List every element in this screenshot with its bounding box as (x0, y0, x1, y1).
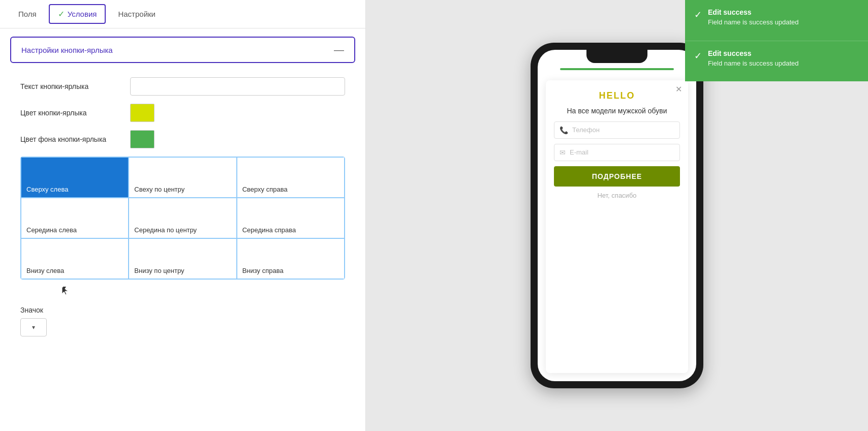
icon-dropdown[interactable]: ▾ (20, 318, 47, 336)
position-bot-center[interactable]: Внизу по центру (129, 238, 236, 279)
icon-section: Значок ▾ (10, 300, 355, 343)
cursor-indicator (61, 286, 71, 296)
toast-2-title: Edit success (708, 49, 798, 57)
toast-2: ✓ Edit success Field name is success upd… (685, 41, 868, 81)
tab-conditions[interactable]: ✓ Условия (49, 4, 106, 24)
toast-1-message: Field name is success updated (708, 18, 798, 26)
chevron-down-icon: ▾ (32, 324, 35, 331)
left-panel: Поля ✓ Условия Настройки Настройки кнопк… (0, 0, 366, 431)
email-input-row[interactable]: ✉ E-mail (554, 144, 680, 161)
modal-subtitle: На все модели мужской обуви (554, 106, 680, 116)
phone-icon: 📞 (560, 126, 568, 134)
position-bot-left[interactable]: Внизу слева (21, 238, 129, 279)
phone-mockup: ✕ HELLO На все модели мужской обуви 📞 Те… (531, 43, 703, 388)
phone-inner: ✕ HELLO На все модели мужской обуви 📞 Те… (538, 50, 696, 381)
position-top-left[interactable]: Сверху слева (21, 157, 129, 198)
text-label: Текст кнопки-ярлыка (20, 82, 122, 90)
position-grid: Сверху слева Свеху по центру Сверху спра… (20, 157, 345, 280)
modal-title: HELLO (554, 90, 680, 101)
color-label: Цвет кнопки-ярлыка (20, 109, 122, 117)
position-top-right[interactable]: Сверху справа (237, 157, 345, 198)
email-icon: ✉ (560, 148, 566, 157)
phone-modal: ✕ HELLO На все модели мужской обуви 📞 Те… (546, 80, 688, 373)
collapse-icon: — (334, 45, 344, 55)
position-row-top: Сверху слева Свеху по центру Сверху спра… (21, 157, 345, 198)
position-mid-center[interactable]: Середина по центру (129, 198, 236, 238)
position-bot-right[interactable]: Внизу справа (237, 238, 345, 279)
phone-notch (586, 50, 647, 63)
tab-settings[interactable]: Настройки (110, 6, 164, 22)
position-mid-right[interactable]: Середина справа (237, 198, 345, 238)
color-swatch-green[interactable] (130, 130, 154, 148)
toast-1-title: Edit success (708, 8, 798, 16)
phone-input-row[interactable]: 📞 Телефон (554, 121, 680, 139)
text-input[interactable] (130, 77, 345, 96)
toast-2-content: Edit success Field name is success updat… (708, 49, 798, 67)
position-row-mid: Середина слева Середина по центру Середи… (21, 198, 345, 238)
text-row: Текст кнопки-ярлыка (10, 73, 355, 100)
color-row: Цвет кнопки-ярлыка (10, 100, 355, 126)
color-swatch-yellow[interactable] (130, 104, 154, 122)
position-row-bot: Внизу слева Внизу по центру Внизу справа (21, 238, 345, 279)
toast-2-message: Field name is success updated (708, 59, 798, 67)
toast-1-check-icon: ✓ (694, 9, 702, 20)
phone-placeholder: Телефон (572, 126, 600, 134)
toast-1: ✓ Edit success Field name is success upd… (685, 0, 868, 41)
tab-fields[interactable]: Поля (10, 6, 45, 22)
section-box: Настройки кнопки-ярлыка — (10, 37, 355, 63)
modal-submit-button[interactable]: ПОДРОБНЕЕ (554, 166, 680, 187)
modal-close-button[interactable]: ✕ (675, 84, 682, 94)
icon-label: Значок (20, 306, 345, 314)
position-top-center[interactable]: Свеху по центру (129, 157, 236, 198)
section-title: Настройки кнопки-ярлыка (21, 46, 113, 54)
bg-color-label: Цвет фона кнопки-ярлыка (20, 135, 122, 143)
section-header[interactable]: Настройки кнопки-ярлыка — (11, 38, 354, 62)
toasts-container: ✓ Edit success Field name is success upd… (685, 0, 868, 81)
phone-screen: ✕ HELLO На все модели мужской обуви 📞 Те… (538, 50, 696, 381)
email-placeholder: E-mail (570, 148, 588, 156)
bg-color-row: Цвет фона кнопки-ярлыка (10, 126, 355, 152)
progress-bar (560, 68, 674, 70)
modal-decline-link[interactable]: Нет, спасибо (554, 192, 680, 199)
toast-2-check-icon: ✓ (694, 50, 702, 61)
position-mid-left[interactable]: Середина слева (21, 198, 129, 238)
right-panel: ✕ HELLO На все модели мужской обуви 📞 Те… (366, 0, 868, 431)
toast-1-content: Edit success Field name is success updat… (708, 8, 798, 26)
tab-check-icon: ✓ (58, 9, 65, 19)
tabs-bar: Поля ✓ Условия Настройки (0, 0, 365, 28)
panel-content: Настройки кнопки-ярлыка — Текст кнопки-я… (0, 28, 365, 431)
